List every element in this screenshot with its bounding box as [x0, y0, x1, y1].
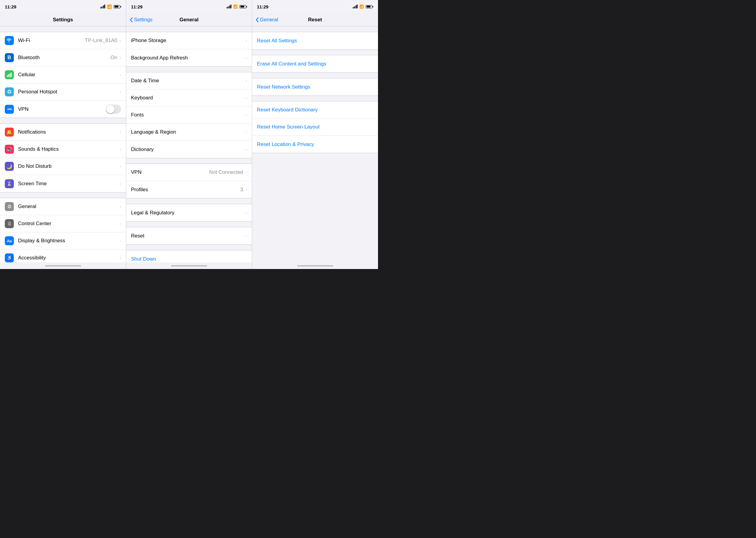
storage-group: iPhone Storage › Background App Refresh …	[126, 32, 252, 67]
dictionary-chevron: ›	[245, 147, 247, 152]
reset-home-label: Reset Home Screen Layout	[257, 124, 320, 130]
keyboard-label: Keyboard	[131, 95, 245, 101]
reset-chevron: ›	[245, 234, 247, 239]
gap-7	[126, 245, 252, 250]
iphone-storage-chevron: ›	[245, 38, 247, 43]
controlcenter-item[interactable]: ☰ Control Center ›	[0, 215, 126, 232]
settings-panel: 11:29 📶 Settings	[0, 0, 126, 269]
screentime-item[interactable]: ⌛ Screen Time ›	[0, 175, 126, 192]
shutdown-item[interactable]: Shut Down	[126, 250, 252, 262]
legal-item[interactable]: Legal & Regulatory ›	[126, 204, 252, 221]
reset-home-item[interactable]: Reset Home Screen Layout	[252, 119, 378, 136]
profiles-label: Profiles	[131, 187, 240, 193]
status-icons-3: 📶	[353, 5, 373, 9]
wifi-value: TP-Link_81A0	[85, 37, 117, 43]
hotspot-label: Personal Hotspot	[18, 89, 119, 95]
display-item[interactable]: Aa Display & Brightness ›	[0, 232, 126, 249]
reset-all-section: Reset All Settings	[252, 32, 378, 50]
home-indicator-2	[126, 262, 252, 269]
storage-section: iPhone Storage › Background App Refresh …	[126, 32, 252, 67]
bluetooth-label: Bluetooth	[18, 55, 110, 61]
fonts-item[interactable]: Fonts ›	[126, 107, 252, 124]
accessibility-icon: ♿	[5, 253, 14, 262]
page-title-3: Reset	[308, 17, 322, 23]
bluetooth-value: On	[110, 55, 117, 61]
gap-9	[252, 73, 378, 78]
profiles-chevron: ›	[245, 188, 247, 192]
dictionary-label: Dictionary	[131, 146, 245, 152]
reset-all-group: Reset All Settings	[252, 32, 378, 50]
reset-network-item[interactable]: Reset Network Settings	[252, 79, 378, 95]
dnd-item[interactable]: 🌙 Do Not Disturb ›	[0, 158, 126, 175]
status-bar-2: 11:29 📶	[126, 0, 252, 13]
gap-10	[252, 96, 378, 101]
reset-misc-group: Reset Keyboard Dictionary Reset Home Scr…	[252, 101, 378, 153]
keyboard-chevron: ›	[245, 95, 247, 100]
sounds-label: Sounds & Haptics	[18, 146, 119, 152]
notifications-chevron: ›	[120, 130, 121, 134]
reset-keyboard-label: Reset Keyboard Dictionary	[257, 107, 318, 113]
nav-header-3: General Reset	[252, 13, 378, 27]
dnd-label: Do Not Disturb	[18, 163, 119, 169]
sounds-item[interactable]: 🔊 Sounds & Haptics ›	[0, 141, 126, 158]
general-list: iPhone Storage › Background App Refresh …	[126, 27, 252, 262]
status-time-3: 11:29	[257, 4, 268, 9]
bluetooth-item[interactable]: B Bluetooth On ›	[0, 49, 126, 66]
reset-network-label: Reset Network Settings	[257, 84, 310, 90]
general-item[interactable]: ⚙ General ›	[0, 198, 126, 215]
connectivity-section: Wi-Fi TP-Link_81A0 › B Bluetooth On ›	[0, 32, 126, 118]
erase-all-item[interactable]: Erase All Content and Settings	[252, 55, 378, 72]
vpn2-item[interactable]: VPN Not Connected ›	[126, 164, 252, 181]
notifications-item[interactable]: 🔔 Notifications ›	[0, 124, 126, 141]
svg-rect-2	[10, 73, 11, 77]
page-title-2: General	[179, 17, 198, 23]
hotspot-item[interactable]: ♻ Personal Hotspot ›	[0, 83, 126, 101]
display-chevron: ›	[120, 239, 121, 243]
legal-label: Legal & Regulatory	[131, 210, 245, 216]
vpn-toggle[interactable]	[106, 104, 121, 114]
legal-chevron: ›	[245, 210, 247, 215]
home-indicator-3	[252, 262, 378, 269]
reset-item[interactable]: Reset ›	[126, 227, 252, 244]
vpn-item[interactable]: VPN VPN	[0, 101, 126, 118]
gap-3	[126, 67, 252, 72]
reset-all-item[interactable]: Reset All Settings	[252, 32, 378, 49]
gap-1	[0, 118, 126, 123]
cellular-item[interactable]: Cellular ›	[0, 66, 126, 83]
status-time-2: 11:29	[131, 4, 143, 9]
dnd-icon: 🌙	[5, 162, 14, 171]
back-button-3[interactable]: General	[256, 17, 278, 23]
accessibility-item[interactable]: ♿ Accessibility ›	[0, 249, 126, 262]
wifi-status-icon-3: 📶	[359, 5, 364, 9]
erase-all-label: Erase All Content and Settings	[257, 61, 326, 67]
bg-refresh-item[interactable]: Background App Refresh ›	[126, 49, 252, 66]
shutdown-group: Shut Down	[126, 250, 252, 262]
screentime-icon: ⌛	[5, 179, 14, 188]
wifi-item[interactable]: Wi-Fi TP-Link_81A0 ›	[0, 32, 126, 49]
vpn-icon: VPN	[5, 105, 14, 114]
reset-location-item[interactable]: Reset Location & Privacy	[252, 136, 378, 153]
cellular-icon	[5, 70, 14, 79]
iphone-storage-item[interactable]: iPhone Storage ›	[126, 32, 252, 49]
profiles-item[interactable]: Profiles 3 ›	[126, 181, 252, 198]
wifi-icon	[5, 36, 14, 45]
reset-list: Reset All Settings Erase All Content and…	[252, 27, 378, 262]
keyboard-item[interactable]: Keyboard ›	[126, 89, 252, 107]
notifications-group: 🔔 Notifications › 🔊 Sounds & Haptics › 🌙…	[0, 123, 126, 192]
back-button-2[interactable]: Settings	[130, 17, 152, 23]
controlcenter-chevron: ›	[120, 221, 121, 226]
gap-6	[126, 222, 252, 227]
hotspot-chevron: ›	[120, 89, 121, 94]
dictionary-item[interactable]: Dictionary ›	[126, 141, 252, 158]
notifications-icon: 🔔	[5, 128, 14, 136]
screentime-label: Screen Time	[18, 181, 119, 187]
gap-5	[126, 198, 252, 204]
language-label: Language & Region	[131, 129, 245, 135]
date-time-item[interactable]: Date & Time ›	[126, 72, 252, 89]
reset-keyboard-item[interactable]: Reset Keyboard Dictionary	[252, 101, 378, 119]
general-icon: ⚙	[5, 202, 14, 211]
reset-label: Reset	[131, 233, 245, 239]
back-label-3: General	[260, 17, 278, 23]
erase-group: Erase All Content and Settings	[252, 55, 378, 73]
language-item[interactable]: Language & Region ›	[126, 124, 252, 141]
